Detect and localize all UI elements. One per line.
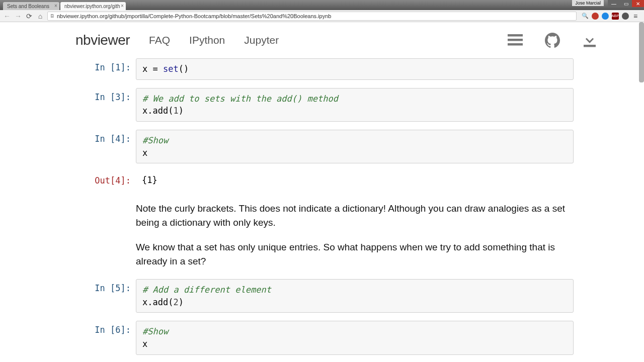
url-input[interactable]: 🗎 nbviewer.ipython.org/github/jmportilla… — [47, 12, 577, 21]
in-prompt: In [5]: — [70, 279, 136, 313]
browser-tab[interactable]: nbviewer.ipython.org/gith× — [60, 2, 126, 10]
output-text: {1} — [136, 171, 574, 190]
extension-icons: 🔍 ABP ≡ — [580, 13, 641, 20]
nav-jupyter[interactable]: Jupyter — [244, 34, 279, 46]
nav-ipython[interactable]: IPython — [189, 34, 225, 46]
ext-blue-icon[interactable] — [602, 13, 609, 20]
code-cell: In [4]:#Show x — [70, 130, 574, 163]
code-input: # We add to sets with the add() method x… — [136, 88, 574, 122]
user-label: Jose Marcial — [572, 0, 604, 6]
paragraph: Note the curly brackets. This does not i… — [136, 202, 568, 229]
svg-point-4 — [520, 39, 522, 41]
nbviewer-header: nbviewer FAQ IPython Jupyter — [0, 22, 644, 58]
github-icon[interactable] — [543, 31, 561, 49]
minimize-button[interactable]: — — [608, 0, 620, 7]
maximize-button[interactable]: ▭ — [620, 0, 632, 7]
download-icon[interactable] — [581, 31, 599, 49]
home-button[interactable]: ⌂ — [36, 12, 44, 20]
tab-title: nbviewer.ipython.org/gith — [64, 4, 120, 9]
forward-button[interactable]: → — [14, 12, 22, 20]
output-cell: Out[4]:{1} — [70, 171, 574, 190]
page-icon: 🗎 — [50, 13, 55, 19]
page-content: nbviewer FAQ IPython Jupyter In [1]:x = … — [0, 22, 644, 362]
zoom-icon[interactable]: 🔍 — [582, 13, 589, 20]
ext-red-icon[interactable] — [592, 13, 599, 20]
code-input: # Add a different element x.add(2) — [136, 279, 574, 313]
code-cell: In [5]:# Add a different element x.add(2… — [70, 279, 574, 313]
reload-button[interactable]: ⟳ — [25, 12, 33, 20]
svg-point-3 — [520, 34, 522, 36]
back-button[interactable]: ← — [3, 12, 11, 20]
browser-chrome: Sets and Booleans×nbviewer.ipython.org/g… — [0, 0, 644, 22]
notebook-body: In [1]:x = set()In [3]:# We add to sets … — [70, 58, 574, 362]
code-cell: In [1]:x = set() — [70, 58, 574, 80]
browser-tab[interactable]: Sets and Booleans× — [3, 2, 59, 10]
code-input: #Show x — [136, 130, 574, 163]
code-input: x = set() — [136, 58, 574, 80]
in-prompt: In [3]: — [70, 88, 136, 122]
code-cell: In [6]:#Show x — [70, 321, 574, 354]
code-input: #Show x — [136, 321, 574, 354]
markdown-cell: Note the curly brackets. This does not i… — [136, 198, 574, 268]
brand[interactable]: nbviewer — [75, 32, 130, 48]
tab-strip: Sets and Booleans×nbviewer.ipython.org/g… — [0, 0, 644, 10]
tab-title: Sets and Booleans — [7, 4, 49, 9]
out-prompt: Out[4]: — [70, 171, 136, 190]
scrollbar-thumb[interactable] — [639, 22, 644, 82]
in-prompt: In [6]: — [70, 321, 136, 354]
close-icon[interactable]: × — [54, 3, 57, 9]
url-text: nbviewer.ipython.org/github/jmportilla/C… — [57, 13, 331, 19]
svg-point-5 — [520, 43, 522, 45]
in-prompt: In [4]: — [70, 130, 136, 163]
close-icon[interactable]: × — [121, 3, 124, 9]
address-bar: ← → ⟳ ⌂ 🗎 nbviewer.ipython.org/github/jm… — [0, 10, 644, 22]
code-cell: In [3]:# We add to sets with the add() m… — [70, 88, 574, 122]
nav-faq[interactable]: FAQ — [149, 34, 170, 46]
close-window-button[interactable]: ✕ — [632, 0, 644, 7]
ext-gray-icon[interactable] — [622, 13, 629, 20]
window-controls: — ▭ ✕ — [608, 0, 644, 7]
in-prompt: In [1]: — [70, 58, 136, 80]
paragraph: We know that a set has only unique entri… — [136, 240, 568, 268]
menu-icon[interactable]: ≡ — [632, 13, 639, 20]
menu-lines-icon[interactable] — [506, 31, 524, 49]
ext-abp-icon[interactable]: ABP — [612, 13, 619, 20]
